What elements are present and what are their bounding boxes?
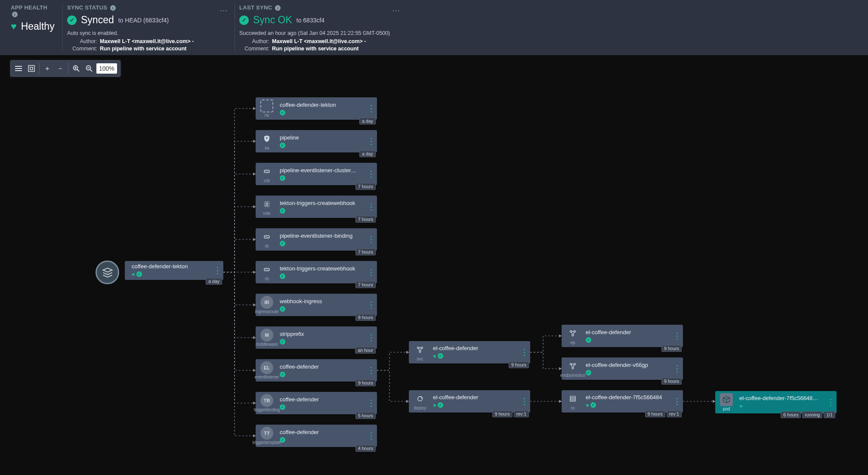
last-sync-extra: to 6833cf4 [297, 17, 324, 24]
network-view-button[interactable] [25, 62, 38, 75]
svg-point-15 [417, 347, 419, 349]
deploy-icon [414, 392, 426, 405]
svg-line-6 [77, 70, 80, 72]
kind-label: role [263, 211, 271, 216]
author-value: Maxwell L-T <maxwell.lt@live.com> - [100, 38, 194, 44]
node-title: el-coffee-defender [433, 394, 519, 400]
resource-node-deploy[interactable]: deployel-coffee-defender♥✓9 hoursrev:1 [409, 390, 530, 413]
app-health-panel: APP HEALTH i ♥ Healthy [6, 4, 62, 51]
zoom-in-button[interactable]: ＋ [41, 62, 54, 75]
kind-label: rs [571, 406, 575, 410]
zoom-in-magnify-button[interactable] [70, 62, 83, 75]
resource-node-crb[interactable]: crbpipeline-eventlistener-cluster…✓7 hou… [256, 163, 377, 185]
node-menu-button[interactable] [370, 268, 373, 277]
kind-label: eventlistener [255, 375, 279, 379]
info-icon[interactable]: i [12, 12, 18, 17]
node-title: el-coffee-defender-v66gp [586, 362, 671, 368]
check-circle-icon: ✓ [280, 404, 285, 410]
resource-node-rb[interactable]: rbpipeline-eventlistener-binding✓7 hours [256, 228, 377, 251]
node-menu-button[interactable] [676, 364, 679, 373]
check-circle-icon: ✓ [280, 437, 285, 443]
node-menu-button[interactable] [370, 366, 373, 375]
check-circle-icon: ✓ [280, 273, 285, 279]
node-title: webhook-ingress [280, 298, 365, 304]
node-title: tekton-triggers-createwebhook [280, 200, 365, 206]
sync-status-text: Synced [81, 14, 114, 26]
last-sync-subline: Succeeded an hour ago (Sat Jan 04 2025 2… [239, 30, 398, 36]
kind-label: middleware [256, 342, 278, 347]
age-tag: a day [206, 278, 222, 285]
resource-node-svc[interactable]: svcel-coffee-defender♥✓9 hours [409, 341, 530, 363]
resource-node-ep[interactable]: epel-coffee-defender✓9 hours [562, 325, 683, 347]
node-menu-button[interactable] [370, 235, 373, 244]
node-title: pipeline-eventlistener-cluster… [280, 167, 365, 174]
resource-node-sa[interactable]: sapipeline✓a day [256, 130, 377, 152]
resource-node-role[interactable]: roletekton-triggers-createwebhook✓7 hour… [256, 196, 377, 218]
node-menu-button[interactable] [676, 332, 679, 341]
check-circle-icon: ✓ [280, 110, 285, 115]
zoom-out-magnify-button[interactable] [83, 62, 96, 75]
kind-label: ns [265, 113, 269, 118]
heart-icon: ♥ [11, 21, 17, 32]
panel-menu-button[interactable]: ⋯ [392, 6, 401, 15]
app-root-icon[interactable] [96, 261, 119, 284]
node-menu-button[interactable] [370, 202, 373, 211]
age-tag: 7 hours [355, 248, 376, 255]
sync-status-extra: to HEAD (6833cf4) [118, 17, 169, 24]
svg-point-23 [574, 363, 576, 365]
node-menu-button[interactable] [370, 170, 373, 179]
node-menu-button[interactable] [829, 398, 832, 407]
check-circle-icon: ✓ [586, 337, 591, 343]
resource-node-eventlistener[interactable]: ELeventlistenercoffee-defender✓9 hours [256, 359, 377, 382]
node-menu-button[interactable] [370, 301, 373, 310]
age-tag: 9 hours [661, 345, 682, 352]
kind-label: rb [265, 244, 269, 248]
list-view-button[interactable] [12, 62, 25, 75]
zoom-level[interactable]: 100% [96, 63, 117, 74]
resource-node-rs[interactable]: rsel-coffee-defender-7f5c566484♥✓9 hours… [562, 390, 683, 413]
kind-label: ep [570, 340, 575, 345]
resource-node-ns[interactable]: nscoffee-defender-tekton✓a day [256, 97, 377, 120]
check-circle-icon: ✓ [280, 175, 285, 181]
resource-node-endpointslice[interactable]: endpointsliceel-coffee-defender-v66gp✓9 … [562, 357, 683, 380]
node-title: el-coffee-defender-7f5c56648… [739, 395, 825, 401]
resource-node-application[interactable]: coffee-defender-tekton ♥ ✓ a day [125, 261, 223, 280]
node-menu-button[interactable] [370, 432, 373, 441]
triggerbinding-icon: TB [260, 394, 273, 407]
node-menu-button[interactable] [676, 397, 679, 406]
info-icon[interactable]: i [110, 5, 116, 11]
comment-label: Comment: [67, 46, 97, 52]
resource-node-rb[interactable]: rbtekton-triggers-createwebhook✓7 hours [256, 261, 377, 283]
kind-label: triggerbinding [254, 407, 280, 412]
kind-label: endpointslice [560, 373, 585, 378]
check-circle-icon: ✓ [590, 402, 596, 408]
resource-node-middleware[interactable]: Mmiddlewarestripprefix✓an hour [256, 326, 377, 349]
last-sync-title: LAST SYNC [239, 4, 272, 11]
age-tag: 7 hours [355, 281, 376, 288]
node-menu-button[interactable] [370, 399, 373, 408]
node-menu-button[interactable] [523, 348, 526, 357]
svg-rect-25 [570, 396, 575, 398]
resource-node-triggerbinding[interactable]: TBtriggerbindingcoffee-defender✓5 hours [256, 392, 377, 414]
resource-tree-canvas[interactable]: ＋ － 100% [0, 55, 868, 475]
info-icon[interactable]: i [275, 5, 281, 11]
resource-node-triggertemplate[interactable]: TTtriggertemplatecoffee-defender✓4 hours [256, 425, 377, 447]
comment-value: Run pipeline with service account [100, 46, 186, 52]
node-menu-button[interactable] [370, 104, 373, 113]
tree-toolbar: ＋ － 100% [10, 60, 120, 77]
node-menu-button[interactable] [370, 137, 373, 146]
sync-status-panel: SYNC STATUS i ⋯ ✓ Synced to HEAD (6833cf… [62, 4, 235, 51]
age-tag: 9 hours [509, 361, 529, 368]
kind-label: triggertemplate [253, 440, 281, 445]
heart-icon: ♥ [132, 271, 135, 278]
panel-menu-button[interactable]: ⋯ [220, 6, 229, 15]
node-menu-button[interactable] [216, 266, 219, 275]
node-menu-button[interactable] [370, 333, 373, 342]
node-menu-button[interactable] [523, 397, 526, 406]
age-tag: 7 hours [355, 183, 376, 190]
zoom-out-button[interactable]: － [54, 62, 67, 75]
kind-label: sa [265, 146, 269, 150]
resource-node-pod[interactable]: pod el-coffee-defender-7f5c56648… ♥ 6 ho… [715, 391, 837, 413]
resource-node-ingressroute[interactable]: IRingressroutewebhook-ingress✓9 hours [256, 294, 377, 316]
svg-point-20 [574, 331, 576, 332]
